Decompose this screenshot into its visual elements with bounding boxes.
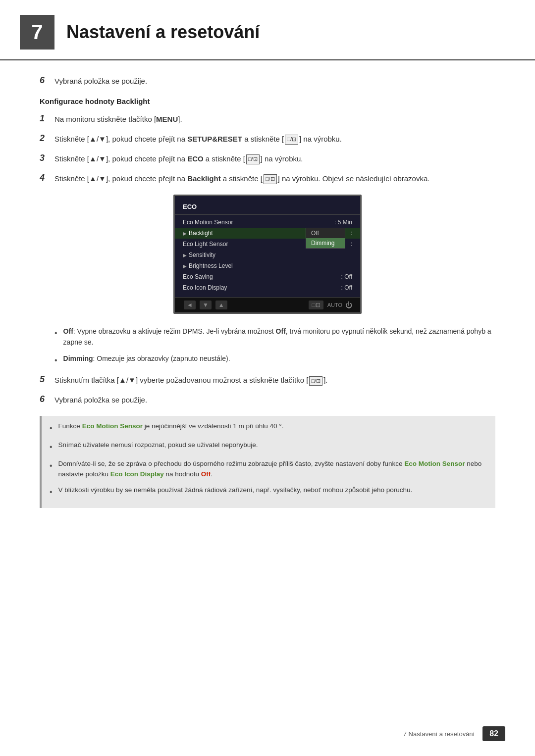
footer-section-label: 7 Nastavení a resetování [403, 730, 475, 738]
main-content: 6 Vybraná položka se použije. Konfigurac… [0, 70, 535, 543]
monitor-auto-label: AUTO [327, 302, 342, 308]
bullet-dot-dimming: • [54, 354, 57, 367]
bullet-list-options: • Off: Vypne obrazovku a aktivuje režim … [54, 326, 495, 366]
menu-row-backlight: ▶ Backlight : Off Dimming [175, 228, 360, 239]
menu-label-eco-saving: Eco Saving [183, 273, 337, 280]
menu-value-eco-icon: : Off [341, 284, 352, 291]
step-2: 2 Stiskněte [▲/▼], pokud chcete přejít n… [40, 133, 495, 145]
note-box: • Funkce Eco Motion Sensor je nejúčinněj… [40, 416, 495, 508]
note-bullet-dot-1: • [50, 422, 53, 435]
note-bullet-dot-4: • [50, 486, 53, 499]
monitor-icon-enter: □⊡ [309, 301, 323, 309]
note-text-2: Snímač uživatele nemusí rozpoznat, pokud… [58, 440, 258, 451]
monitor-bottom-bar: ◄ ▼ ▲ □⊡ AUTO ⏻ [175, 297, 360, 312]
menu-label-eco-motion: Eco Motion Sensor [183, 219, 330, 226]
monitor-icon-2: ▼ [200, 301, 212, 309]
step-text-1: Na monitoru stiskněte tlačítko [MENU]. [54, 113, 182, 125]
menu-value-eco-light: : [351, 241, 352, 248]
step-6a: 6 Vybraná položka se použije. [40, 75, 495, 87]
monitor-power-icon: ⏻ [345, 301, 352, 309]
bullet-text-off: Off: Vypne obrazovku a aktivuje režim DP… [63, 326, 495, 348]
step-text-3: Stiskněte [▲/▼], pokud chcete přejít na … [54, 153, 303, 165]
monitor-container: ECO Eco Motion Sensor : 5 Min ▶ Backligh… [40, 195, 495, 314]
option-off: Off [306, 228, 345, 238]
menu-row-eco-saving: Eco Saving : Off [175, 271, 360, 282]
note-bullet-dot-3: • [50, 459, 53, 472]
option-dimming: Dimming [306, 238, 345, 248]
step-number-3: 3 [40, 153, 54, 163]
menu-row-sensitivity: ▶ Sensitivity [175, 250, 360, 260]
step-number-4: 4 [40, 173, 54, 183]
note-item-4: • V blízkosti výrobku by se neměla použí… [50, 485, 495, 499]
step-number-6a: 6 [40, 75, 54, 86]
menu-label-brightness: Brightness Level [189, 262, 352, 269]
step-number-5: 5 [40, 374, 54, 385]
note-text-1: Funkce Eco Motion Sensor je nejúčinnější… [58, 421, 284, 432]
menu-label-eco-icon: Eco Icon Display [183, 284, 337, 291]
footer-page-number: 82 [482, 726, 505, 741]
note-bullet-dot-2: • [50, 441, 53, 454]
menu-row-eco-motion: Eco Motion Sensor : 5 Min [175, 217, 360, 228]
step-text-2: Stiskněte [▲/▼], pokud chcete přejít na … [54, 133, 342, 145]
step-text-6b: Vybraná položka se použije. [54, 394, 147, 406]
monitor-screen: ECO Eco Motion Sensor : 5 Min ▶ Backligh… [173, 195, 362, 314]
monitor-menu-title: ECO [175, 200, 360, 215]
step-number-6b: 6 [40, 394, 54, 404]
monitor-icon-3: ▲ [215, 301, 227, 309]
menu-row-brightness: ▶ Brightness Level [175, 260, 360, 271]
menu-value-eco-saving: : Off [341, 273, 352, 280]
step-number-2: 2 [40, 133, 54, 144]
chapter-title: Nastavení a resetování [66, 22, 260, 43]
menu-label-sensitivity: Sensitivity [189, 252, 352, 258]
step-4: 4 Stiskněte [▲/▼], pokud chcete přejít n… [40, 173, 495, 185]
note-item-1: • Funkce Eco Motion Sensor je nejúčinněj… [50, 421, 495, 435]
footer: 7 Nastavení a resetování 82 [403, 726, 505, 741]
menu-value-backlight: : [351, 230, 352, 237]
step-text-6a: Vybraná položka se použije. [54, 75, 147, 87]
arrow-icon-backlight: ▶ [183, 231, 187, 236]
bullet-text-dimming: Dimming: Omezuje jas obrazovky (zapnuto … [63, 353, 230, 364]
section-heading: Konfigurace hodnoty Backlight [40, 97, 495, 105]
step-text-5: Stisknutím tlačítka [▲/▼] vyberte požado… [54, 374, 327, 386]
note-item-3: • Domníváte-li se, že se zpráva o přecho… [50, 458, 495, 480]
step-1: 1 Na monitoru stiskněte tlačítko [MENU]. [40, 113, 495, 125]
monitor-icon-1: ◄ [184, 301, 196, 309]
menu-value-eco-motion: : 5 Min [334, 219, 352, 226]
arrow-icon-brightness: ▶ [183, 263, 187, 269]
step-number-1: 1 [40, 113, 54, 124]
bullet-item-off: • Off: Vypne obrazovku a aktivuje režim … [54, 326, 495, 348]
step-6b: 6 Vybraná položka se použije. [40, 394, 495, 406]
chapter-header: 7 Nastavení a resetování [0, 0, 535, 60]
chapter-number: 7 [20, 15, 54, 50]
arrow-icon-sensitivity: ▶ [183, 252, 187, 258]
menu-row-eco-icon: Eco Icon Display : Off [175, 282, 360, 293]
step-3: 3 Stiskněte [▲/▼], pokud chcete přejít n… [40, 153, 495, 165]
step-text-4: Stiskněte [▲/▼], pokud chcete přejít na … [54, 173, 429, 185]
note-text-4: V blízkosti výrobku by se neměla používa… [58, 485, 413, 496]
dropdown-popup: Off Dimming [306, 228, 345, 249]
step-5: 5 Stisknutím tlačítka [▲/▼] vyberte poža… [40, 374, 495, 386]
bullet-item-dimming: • Dimming: Omezuje jas obrazovky (zapnut… [54, 353, 495, 367]
note-text-3: Domníváte-li se, že se zpráva o přechodu… [58, 458, 487, 480]
monitor-menu: ECO Eco Motion Sensor : 5 Min ▶ Backligh… [175, 196, 360, 297]
note-item-2: • Snímač uživatele nemusí rozpoznat, pok… [50, 440, 495, 454]
bullet-dot-off: • [54, 327, 57, 340]
